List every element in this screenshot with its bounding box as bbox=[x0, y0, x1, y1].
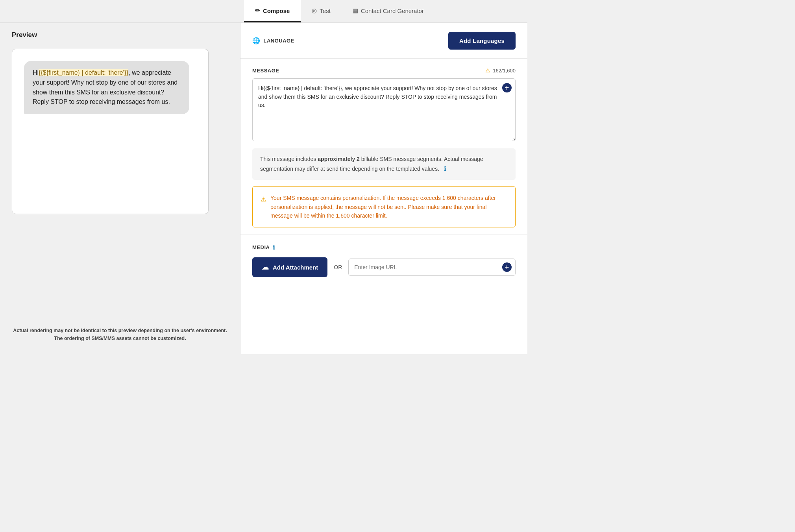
language-section: 🌐 LANGUAGE Add Languages bbox=[240, 23, 527, 59]
or-separator: OR bbox=[334, 264, 342, 270]
media-header: MEDIA ℹ bbox=[252, 244, 516, 251]
eye-icon: ◎ bbox=[312, 7, 317, 14]
pencil-icon: ✏ bbox=[255, 7, 260, 14]
image-url-wrapper: + bbox=[348, 259, 516, 276]
add-languages-button[interactable]: Add Languages bbox=[448, 32, 516, 50]
tab-test[interactable]: ◎ Test bbox=[301, 0, 342, 22]
upload-icon: ☁ bbox=[262, 263, 269, 272]
message-header: MESSAGE ⚠ 162/1,600 bbox=[252, 67, 516, 74]
personalization-warning-box: ⚠ Your SMS message contains personalizat… bbox=[252, 186, 516, 227]
image-url-input[interactable] bbox=[348, 259, 516, 276]
preview-phone-area: Hi{{${first_name} | default: 'there'}}, … bbox=[0, 45, 240, 319]
compose-panel: 🌐 LANGUAGE Add Languages MESSAGE ⚠ 162/1… bbox=[240, 23, 527, 354]
personalization-warning-icon: ⚠ bbox=[261, 194, 266, 220]
url-insert-button[interactable]: + bbox=[502, 262, 512, 272]
segment-info-icon[interactable]: ℹ bbox=[444, 165, 446, 172]
preview-title: Preview bbox=[0, 23, 240, 45]
card-icon: ▦ bbox=[353, 7, 358, 14]
message-label: MESSAGE bbox=[252, 68, 279, 74]
message-bubble-container: Hi{{${first_name} | default: 'there'}}, … bbox=[12, 49, 209, 214]
tab-compose[interactable]: ✏ Compose bbox=[244, 0, 301, 22]
segment-info-box: This message includes approximately 2 bi… bbox=[252, 148, 516, 180]
media-label: MEDIA bbox=[252, 244, 270, 250]
char-count-display: ⚠ 162/1,600 bbox=[485, 67, 516, 74]
segment-info-text: This message includes approximately 2 bi… bbox=[260, 155, 508, 174]
personalization-warning-text: Your SMS message contains personalizatio… bbox=[270, 194, 507, 220]
tab-contact-card[interactable]: ▦ Contact Card Generator bbox=[342, 0, 435, 22]
tab-bar: ✏ Compose ◎ Test ▦ Contact Card Generato… bbox=[0, 0, 527, 23]
message-section: MESSAGE ⚠ 162/1,600 Hi{{${first_name} | … bbox=[240, 59, 527, 235]
globe-icon: 🌐 bbox=[252, 37, 261, 44]
add-attachment-button[interactable]: ☁ Add Attachment bbox=[252, 257, 327, 277]
message-bubble: Hi{{${first_name} | default: 'there'}}, … bbox=[24, 61, 189, 114]
language-label: 🌐 LANGUAGE bbox=[252, 37, 294, 44]
message-textarea-wrapper: Hi{{${first_name} | default: 'there'}}, … bbox=[252, 78, 516, 143]
media-section: MEDIA ℹ ☁ Add Attachment OR + bbox=[240, 235, 527, 284]
preview-footer: Actual rendering may not be identical to… bbox=[0, 319, 240, 354]
char-warning-icon: ⚠ bbox=[485, 67, 490, 74]
main-layout: Preview Hi{{${first_name} | default: 'th… bbox=[0, 23, 527, 354]
media-info-icon[interactable]: ℹ bbox=[273, 244, 275, 251]
media-controls: ☁ Add Attachment OR + bbox=[252, 257, 516, 277]
segment-warning-wrapper: This message includes approximately 2 bi… bbox=[252, 148, 516, 227]
message-textarea[interactable]: Hi{{${first_name} | default: 'there'}}, … bbox=[252, 78, 516, 141]
message-insert-button[interactable]: + bbox=[502, 83, 512, 92]
preview-panel: Preview Hi{{${first_name} | default: 'th… bbox=[0, 23, 240, 354]
